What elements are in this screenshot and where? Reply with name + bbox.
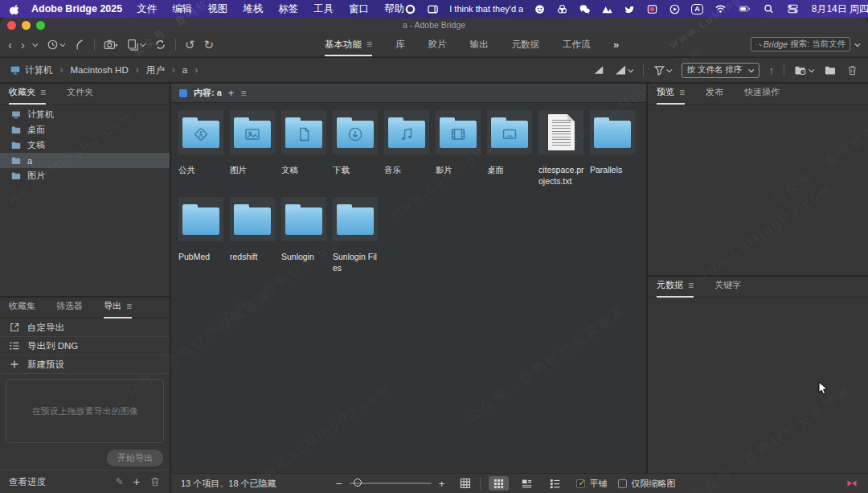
trash-icon[interactable] (846, 64, 858, 76)
zoom-out-button[interactable]: − (336, 477, 342, 490)
file-tile[interactable]: 文稿 (278, 110, 330, 187)
menu-item[interactable]: 工具 (313, 2, 334, 16)
file-tile[interactable]: PubMed (175, 197, 227, 273)
panel-menu-icon[interactable] (679, 87, 685, 98)
panel-tab[interactable]: 发布 (706, 86, 723, 105)
spotlight-icon[interactable] (762, 3, 776, 14)
filter-button[interactable] (653, 64, 672, 76)
recent-folders-button[interactable] (794, 64, 814, 76)
knot-icon[interactable] (556, 3, 568, 15)
tree-item[interactable]: 图片 (0, 168, 170, 183)
file-tile[interactable]: redshift (227, 197, 278, 273)
workspace-tab[interactable]: 胶片 (428, 32, 447, 56)
bird-icon[interactable] (624, 3, 636, 15)
workspace-tab[interactable]: 输出 (470, 32, 489, 56)
add-content-pane-button[interactable]: + (228, 87, 235, 99)
grid-lock-icon[interactable] (459, 477, 472, 490)
menu-item[interactable]: 堆栈 (243, 2, 263, 16)
breadcrumb-item[interactable]: 用户 (146, 64, 165, 76)
panel-tab[interactable]: 快速操作 (744, 86, 780, 105)
file-tile[interactable]: 桌面 (484, 110, 535, 187)
tree-item[interactable]: 计算机 (0, 107, 170, 122)
search-input[interactable]: Bridge 搜索: 当前文件 (751, 37, 850, 51)
control-center-icon[interactable] (786, 3, 800, 14)
breadcrumb-item[interactable]: a (182, 65, 187, 75)
get-photos-camera-icon[interactable] (104, 39, 118, 51)
file-tile[interactable]: 图片 (227, 110, 278, 187)
panel-tab[interactable]: 预览 (657, 86, 685, 105)
view-progress-link[interactable]: 查看进度 (9, 476, 46, 488)
apple-menu[interactable] (10, 3, 20, 15)
file-tile[interactable]: 影片 (432, 110, 484, 187)
play-circle-icon[interactable] (669, 3, 681, 15)
recent-files-button[interactable] (47, 39, 65, 51)
app-menu-title[interactable]: Adobe Bridge 2025 (31, 3, 122, 14)
export-action-row[interactable]: 导出到 DNG (0, 337, 170, 355)
file-tile[interactable]: Sunlogin Files (330, 197, 381, 273)
delete-preset-icon[interactable] (149, 476, 161, 487)
file-tile[interactable]: citespace.projects.txt (535, 110, 587, 187)
start-export-button[interactable]: 开始导出 (107, 450, 163, 466)
search-options-chevron-icon[interactable] (854, 41, 860, 47)
slider-knob[interactable] (354, 479, 362, 487)
globe-face-icon[interactable] (534, 3, 546, 15)
sync-icon[interactable] (154, 39, 166, 51)
panel-menu-icon[interactable] (126, 301, 132, 312)
menu-item[interactable]: 窗口 (349, 2, 369, 16)
tree-item[interactable]: 桌面 (0, 122, 170, 138)
zoom-in-button[interactable]: + (439, 478, 445, 490)
workspace-menu-icon[interactable] (366, 39, 372, 50)
view-list-button[interactable] (545, 476, 565, 491)
breadcrumb-item[interactable]: Macintosh HD (71, 65, 129, 75)
new-folder-icon[interactable] (824, 64, 837, 76)
menu-item[interactable]: 视图 (207, 2, 227, 16)
copy-files-button[interactable] (127, 39, 145, 51)
export-action-row[interactable]: 自定导出 (0, 318, 170, 337)
boomerang-icon[interactable] (74, 39, 85, 51)
thumbnail-quality-icon[interactable] (593, 64, 604, 76)
bowtie-notification-icon[interactable] (845, 477, 858, 490)
mountains-icon[interactable] (601, 3, 613, 15)
file-tile[interactable]: 音乐 (381, 110, 432, 187)
view-details-button[interactable] (517, 476, 537, 491)
wifi-icon[interactable] (714, 3, 727, 14)
menubar-clock[interactable]: 8月14日 周四 21:41 (812, 2, 868, 16)
nav-dropdown-icon[interactable] (32, 41, 38, 47)
file-tile[interactable]: 公共 (175, 110, 227, 187)
tree-item[interactable]: a (0, 153, 170, 168)
wechat-icon[interactable] (579, 3, 591, 15)
tile-checkbox[interactable] (576, 479, 585, 488)
menu-item[interactable]: 帮助 (384, 2, 404, 16)
slider-track[interactable] (350, 483, 432, 484)
panel-tab[interactable]: 文件夹 (67, 86, 93, 105)
parallels-flag-icon[interactable] (646, 3, 658, 15)
sort-dropdown[interactable]: 按 文件名 排序 (682, 63, 760, 78)
panel-tab[interactable]: 收藏集 (9, 300, 35, 318)
panel-tab[interactable]: 导出 (104, 300, 132, 318)
file-tile[interactable]: Sunlogin (278, 197, 330, 273)
panel-tab[interactable]: 关键字 (714, 279, 741, 298)
forward-button[interactable]: › (21, 39, 25, 51)
export-action-row[interactable]: 新建预设 (0, 355, 170, 374)
breadcrumb-item[interactable]: 计算机 (10, 64, 53, 76)
thumbnails-only-checkbox[interactable] (618, 479, 627, 488)
add-preset-icon[interactable]: + (133, 475, 140, 488)
menu-item[interactable]: 标签 (278, 2, 298, 16)
file-tile[interactable]: Parallels (587, 110, 638, 187)
workspace-tab[interactable]: 库 (395, 32, 405, 56)
panel-menu-icon[interactable] (688, 280, 694, 291)
undo-button[interactable]: ↺ (185, 39, 195, 51)
content-menu-icon[interactable] (240, 88, 246, 99)
redo-button[interactable]: ↻ (204, 39, 215, 51)
panel-tab[interactable]: 收藏夹 (9, 86, 46, 105)
tabs-overflow-button[interactable]: » (613, 39, 619, 51)
panel-tab[interactable]: 元数据 (657, 279, 694, 298)
record-icon[interactable] (404, 3, 416, 15)
menu-item[interactable]: 文件 (137, 2, 157, 16)
workspace-tab[interactable]: 元数据 (512, 32, 540, 56)
window-manager-icon[interactable] (427, 3, 439, 15)
export-dropzone[interactable]: 在预设上拖放要导出的图像 (6, 379, 164, 443)
tree-item[interactable]: 文稿 (0, 138, 170, 153)
workspace-tab[interactable]: 工作流 (563, 32, 591, 56)
menubar-status-text[interactable]: I think that they'd a (449, 4, 523, 14)
